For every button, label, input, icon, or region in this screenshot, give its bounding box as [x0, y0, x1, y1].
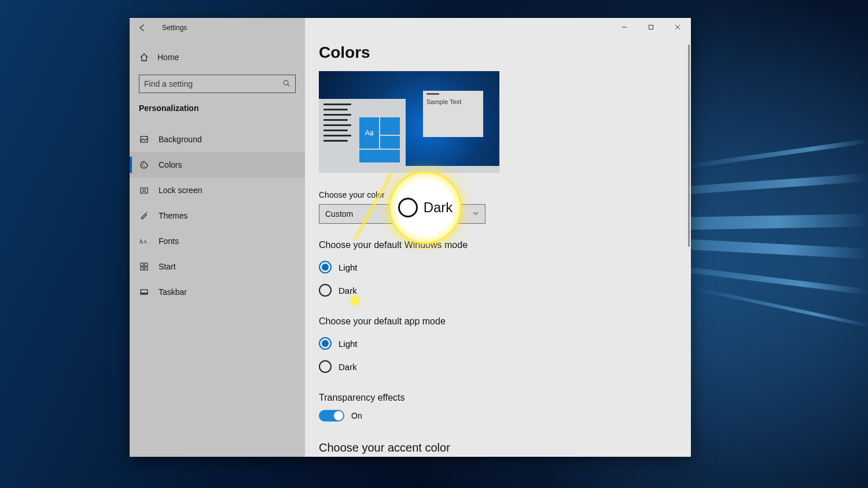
- svg-rect-11: [141, 267, 144, 270]
- callout-anchor-dot: [352, 297, 359, 304]
- accent-color-heading: Choose your accent color: [319, 441, 691, 454]
- palette-icon: [139, 160, 149, 169]
- sidebar-item-label: Colors: [159, 160, 182, 169]
- radio-label: Dark: [339, 362, 357, 372]
- start-icon: [139, 262, 149, 271]
- sidebar-item-colors[interactable]: Colors: [130, 152, 305, 178]
- sidebar-item-fonts[interactable]: AA Fonts: [130, 228, 305, 254]
- sidebar: Settings Home Find a setting Personaliza…: [130, 18, 305, 457]
- sidebar-item-label: Lock screen: [159, 186, 202, 195]
- home-label: Home: [157, 53, 179, 62]
- radio-label: Light: [339, 339, 358, 349]
- section-header: Personalization: [130, 98, 305, 116]
- transparency-heading: Transparency effects: [319, 393, 691, 403]
- svg-rect-5: [141, 188, 148, 193]
- transparency-toggle[interactable]: [319, 410, 344, 422]
- svg-point-4: [144, 166, 145, 167]
- app-mode-light[interactable]: Light: [319, 334, 691, 353]
- svg-rect-9: [141, 263, 144, 266]
- content-pane: Colors Aa Sample Text Cho: [305, 18, 691, 457]
- chevron-down-icon: [472, 210, 479, 218]
- home-nav[interactable]: Home: [130, 45, 305, 70]
- svg-text:A: A: [144, 239, 147, 245]
- windows-mode-light[interactable]: Light: [319, 257, 691, 277]
- preview-tile-aa: Aa: [359, 117, 379, 149]
- svg-rect-10: [145, 263, 148, 266]
- taskbar-icon: [139, 287, 149, 297]
- radio-icon: [319, 261, 332, 273]
- radio-icon: [319, 337, 332, 350]
- radio-icon: [319, 360, 332, 373]
- sidebar-item-themes[interactable]: Themes: [130, 203, 305, 228]
- sidebar-item-label: Themes: [159, 211, 188, 220]
- themes-icon: [139, 211, 149, 220]
- color-preview: Aa Sample Text: [319, 71, 499, 173]
- radio-label: Light: [339, 263, 358, 272]
- preview-note: Sample Text: [423, 91, 483, 137]
- preview-sample-text: Sample Text: [426, 98, 461, 105]
- svg-rect-15: [649, 25, 653, 29]
- app-mode-heading: Choose your default app mode: [319, 316, 691, 327]
- svg-rect-14: [141, 293, 148, 294]
- callout-radio-icon: [398, 198, 418, 217]
- transparency-toggle-row: On: [319, 410, 691, 422]
- svg-point-3: [143, 162, 144, 164]
- image-icon: [139, 135, 149, 144]
- sidebar-item-taskbar[interactable]: Taskbar: [130, 279, 305, 305]
- svg-point-2: [142, 164, 143, 165]
- app-mode-dark[interactable]: Dark: [319, 357, 691, 376]
- scrollbar[interactable]: [688, 45, 690, 247]
- minimize-button[interactable]: [611, 18, 638, 36]
- window-title: Settings: [162, 24, 187, 32]
- sidebar-item-lock-screen[interactable]: Lock screen: [130, 178, 305, 203]
- home-icon: [139, 53, 149, 62]
- svg-point-0: [284, 80, 288, 85]
- search-input[interactable]: Find a setting: [139, 75, 296, 93]
- sidebar-nav-list: Background Colors Lock screen Themes: [130, 127, 305, 305]
- toggle-state-label: On: [351, 411, 362, 420]
- choose-color-label: Choose your color: [319, 190, 691, 199]
- callout-magnifier: Dark: [389, 171, 462, 244]
- close-button[interactable]: [664, 18, 691, 36]
- lock-icon: [139, 186, 149, 195]
- sidebar-item-start[interactable]: Start: [130, 254, 305, 279]
- svg-text:A: A: [139, 238, 144, 245]
- sidebar-item-label: Fonts: [159, 236, 179, 246]
- search-placeholder: Find a setting: [144, 79, 193, 88]
- back-button[interactable]: [137, 22, 148, 34]
- callout-label: Dark: [424, 199, 453, 216]
- sidebar-item-background[interactable]: Background: [130, 127, 305, 152]
- sidebar-item-label: Background: [159, 135, 202, 144]
- svg-rect-12: [145, 267, 148, 270]
- radio-label: Dark: [339, 286, 357, 295]
- windows-mode-dark[interactable]: Dark: [319, 280, 691, 300]
- window-controls: [611, 18, 691, 36]
- svg-rect-6: [143, 190, 145, 191]
- sidebar-item-label: Start: [159, 262, 176, 271]
- search-icon: [282, 79, 290, 89]
- fonts-icon: AA: [139, 237, 149, 245]
- maximize-button[interactable]: [638, 18, 664, 36]
- choose-color-section: Choose your color Custom: [319, 190, 691, 224]
- radio-icon: [319, 284, 332, 297]
- windows-mode-heading: Choose your default Windows mode: [319, 240, 691, 250]
- dropdown-value: Custom: [325, 209, 353, 219]
- titlebar-left: Settings: [130, 18, 305, 38]
- sidebar-item-label: Taskbar: [159, 287, 187, 297]
